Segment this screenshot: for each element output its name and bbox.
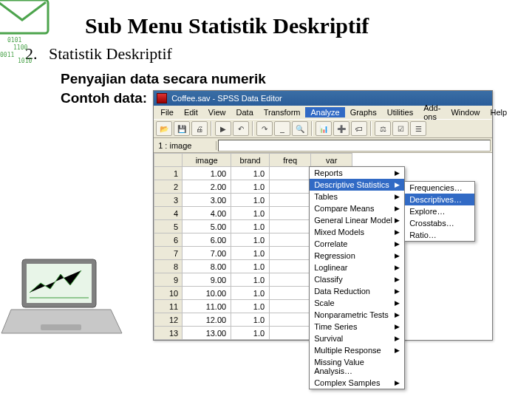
menu-item-survival[interactable]: Survival▶ — [310, 332, 404, 344]
spss-window: Coffee.sav - SPSS Data Editor FileEditVi… — [153, 90, 493, 341]
decoration-mail-icon: 01011100 00111010 — [0, 0, 89, 78]
menu-item-scale[interactable]: Scale▶ — [310, 297, 404, 309]
analyze-dropdown-menu: Reports▶Descriptive Statistics▶Tables▶Co… — [309, 166, 405, 389]
window-title: Coffee.sav - SPSS Data Editor — [171, 94, 282, 103]
menu-transform[interactable]: Transform — [259, 107, 306, 117]
row-header[interactable]: 3 — [154, 194, 183, 207]
goto-icon[interactable]: ⎯ — [274, 121, 290, 136]
svg-text:1100: 1100 — [13, 44, 27, 51]
submenu-item-descriptives-[interactable]: Descriptives… — [405, 194, 474, 205]
print-icon[interactable]: 🖨 — [191, 121, 208, 136]
submenu-item-crosstabs-[interactable]: Crosstabs… — [405, 217, 474, 229]
descriptive-stats-submenu: Frequencies…Descriptives…Explore…Crossta… — [404, 181, 475, 242]
submenu-item-frequencies-[interactable]: Frequencies… — [405, 182, 474, 194]
row-header[interactable]: 4 — [154, 207, 183, 220]
menu-data[interactable]: Data — [231, 107, 259, 117]
open-icon[interactable]: 📂 — [156, 121, 172, 136]
menu-item-descriptive-statistics[interactable]: Descriptive Statistics▶ — [310, 179, 404, 191]
menu-item-time-series[interactable]: Time Series▶ — [310, 321, 404, 332]
save-icon[interactable]: 💾 — [174, 121, 190, 136]
submenu-item-explore-[interactable]: Explore… — [405, 205, 474, 217]
menu-item-missing-value-analysis-[interactable]: Missing Value Analysis… — [310, 356, 404, 377]
menu-edit[interactable]: Edit — [179, 107, 203, 117]
svg-text:0011: 0011 — [0, 52, 14, 58]
menu-item-general-linear-model[interactable]: General Linear Model▶ — [310, 214, 404, 226]
app-icon — [157, 93, 167, 103]
menu-add-ons[interactable]: Add-ons — [418, 103, 446, 122]
menu-item-tables[interactable]: Tables▶ — [310, 191, 404, 202]
data-grid[interactable]: imagebrandfreqvar11.001.022.001.033.001.… — [154, 153, 492, 340]
row-header[interactable]: 11 — [154, 300, 183, 313]
menu-item-complex-samples[interactable]: Complex Samples▶ — [310, 377, 404, 389]
active-cell-name: 1 : image — [154, 141, 216, 150]
run-icon[interactable]: ▶ — [215, 121, 231, 136]
menu-item-mixed-models[interactable]: Mixed Models▶ — [310, 226, 404, 238]
row-header[interactable]: 12 — [154, 313, 183, 327]
row-header[interactable]: 10 — [154, 287, 183, 300]
insert-icon[interactable]: ➕ — [333, 121, 349, 136]
subtitle-1: Penyajian data secara numerik — [61, 71, 510, 87]
menu-item-reports[interactable]: Reports▶ — [310, 167, 404, 179]
row-header[interactable]: 8 — [154, 260, 183, 273]
slide-title: Sub Menu Statistik Deskriptif — [85, 13, 510, 38]
menu-item-data-reduction[interactable]: Data Reduction▶ — [310, 285, 404, 297]
col-header-brand[interactable]: brand — [231, 154, 270, 167]
menu-item-nonparametric-tests[interactable]: Nonparametric Tests▶ — [310, 309, 404, 321]
menu-item-compare-means[interactable]: Compare Means▶ — [310, 202, 404, 214]
menu-item-multiple-response[interactable]: Multiple Response▶ — [310, 344, 404, 356]
decoration-laptop-icon — [0, 252, 126, 341]
row-header[interactable]: 1 — [154, 167, 183, 180]
menu-file[interactable]: File — [155, 107, 179, 117]
row-header[interactable]: 6 — [154, 233, 183, 247]
col-header-var[interactable]: var — [311, 154, 352, 167]
find-icon[interactable]: 🔍 — [292, 121, 308, 136]
col-header-image[interactable]: image — [183, 154, 231, 167]
menu-window[interactable]: Window — [446, 107, 485, 117]
submenu-item-ratio-[interactable]: Ratio… — [405, 229, 474, 241]
svg-text:1010: 1010 — [18, 58, 32, 64]
cell-indicator-bar: 1 : image — [154, 138, 492, 153]
weight-icon[interactable]: ⚖ — [375, 121, 391, 136]
chart-icon[interactable]: 📊 — [316, 121, 332, 136]
menu-view[interactable]: View — [203, 107, 231, 117]
svg-text:0101: 0101 — [7, 37, 21, 44]
redo-icon[interactable]: ↷ — [256, 121, 273, 136]
menu-utilities[interactable]: Utilities — [382, 107, 418, 117]
row-header[interactable]: 2 — [154, 180, 183, 194]
row-header[interactable]: 13 — [154, 327, 183, 340]
menubar: FileEditViewDataTransformAnalyzeGraphsUt… — [154, 106, 492, 119]
labels-icon[interactable]: 🏷 — [351, 121, 367, 136]
row-header[interactable]: 5 — [154, 220, 183, 233]
row-header[interactable]: 9 — [154, 273, 183, 287]
subtitle-2: Contoh data: — [61, 90, 147, 106]
select-icon[interactable]: ☑ — [392, 121, 409, 136]
list-item: 2. Statistik Deskriptif — [25, 44, 510, 64]
menu-analyze[interactable]: Analyze — [305, 107, 344, 117]
svg-rect-6 — [27, 264, 92, 303]
menu-help[interactable]: Help — [485, 107, 513, 117]
active-cell-value[interactable] — [218, 140, 491, 151]
menu-item-correlate[interactable]: Correlate▶ — [310, 238, 404, 250]
undo-icon[interactable]: ↶ — [233, 121, 249, 136]
vars-icon[interactable]: ☰ — [410, 121, 426, 136]
menu-graphs[interactable]: Graphs — [345, 107, 382, 117]
svg-rect-8 — [41, 324, 81, 330]
menu-item-regression[interactable]: Regression▶ — [310, 250, 404, 262]
col-header-freq[interactable]: freq — [270, 154, 311, 167]
menu-item-loglinear[interactable]: Loglinear▶ — [310, 262, 404, 273]
menu-item-classify[interactable]: Classify▶ — [310, 273, 404, 285]
row-header[interactable]: 7 — [154, 247, 183, 260]
